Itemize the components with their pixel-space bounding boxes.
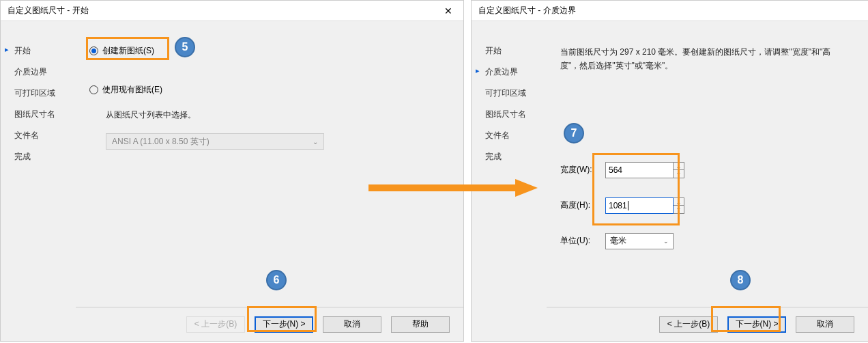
width-value: 564 [609, 165, 622, 175]
sidebar-item-media-bounds[interactable]: 介质边界 [485, 66, 547, 78]
spinner-down-icon[interactable]: ▼ [674, 206, 684, 213]
radio-label: 使用现有图纸(E) [102, 84, 162, 96]
radio-icon [89, 85, 98, 94]
width-spinner[interactable]: ▲ ▼ [674, 162, 684, 178]
sidebar-item-start[interactable]: 开始 [485, 45, 547, 57]
radio-create-new[interactable]: 创建新图纸(S) [89, 45, 450, 57]
dropdown-value: ANSI A (11.00 x 8.50 英寸) [112, 136, 209, 148]
unit-value: 毫米 [610, 235, 626, 247]
back-button[interactable]: < 上一步(B) [659, 316, 718, 333]
sidebar-item-finish[interactable]: 完成 [485, 151, 547, 163]
description-text: 当前图纸尺寸为 297 x 210 毫米。要创建新的图纸尺寸，请调整"宽度"和"… [560, 45, 854, 73]
close-button[interactable]: ✕ [433, 1, 463, 21]
sidebar-item-file-name[interactable]: 文件名 [485, 130, 547, 141]
titlebar: 自定义图纸尺寸 - 介质边界 [472, 1, 868, 21]
close-icon: ✕ [444, 5, 452, 16]
width-field: 宽度(W): 564 ▲ ▼ [560, 162, 854, 178]
height-input[interactable]: 1081 [605, 197, 674, 214]
height-value: 1081 [609, 201, 627, 210]
spinner-up-icon[interactable]: ▲ [674, 163, 684, 171]
sidebar-item-start[interactable]: 开始 [14, 45, 76, 57]
radio-use-existing[interactable]: 使用现有图纸(E) [89, 84, 450, 96]
title-text: 自定义图纸尺寸 - 开始 [8, 5, 89, 16]
height-spinner[interactable]: ▲ ▼ [674, 197, 684, 214]
sidebar-item-finish[interactable]: 完成 [14, 151, 76, 163]
sidebar-item-paper-name[interactable]: 图纸尺寸名 [485, 109, 547, 120]
unit-select[interactable]: 毫米 ⌄ [605, 233, 674, 249]
height-field: 高度(H): 1081 ▲ ▼ [560, 197, 854, 214]
button-bar: < 上一步(B) 下一步(N) > 取消 [547, 307, 868, 341]
unit-field: 单位(U): 毫米 ⌄ [560, 233, 854, 249]
button-bar: < 上一步(B) 下一步(N) > 取消 帮助 [76, 307, 463, 341]
title-text: 自定义图纸尺寸 - 介质边界 [478, 5, 576, 16]
titlebar: 自定义图纸尺寸 - 开始 ✕ [1, 1, 463, 21]
sidebar: 开始 介质边界 可打印区域 图纸尺寸名 文件名 完成 [1, 21, 76, 341]
radio-label: 创建新图纸(S) [102, 45, 154, 57]
help-button[interactable]: 帮助 [391, 316, 450, 333]
sidebar-item-printable-area[interactable]: 可打印区域 [14, 87, 76, 99]
cancel-button[interactable]: 取消 [796, 316, 854, 333]
next-button[interactable]: 下一步(N) > [727, 316, 786, 333]
main-panel: 创建新图纸(S) 使用现有图纸(E) 从图纸尺寸列表中选择。 ANSI A (1… [76, 21, 463, 341]
chevron-down-icon: ⌄ [313, 138, 318, 146]
hint-text: 从图纸尺寸列表中选择。 [106, 109, 450, 121]
next-button[interactable]: 下一步(N) > [255, 316, 313, 333]
sidebar-item-paper-name[interactable]: 图纸尺寸名 [14, 109, 76, 120]
dialog-start: 自定义图纸尺寸 - 开始 ✕ 开始 介质边界 可打印区域 图纸尺寸名 文件名 完… [0, 0, 464, 342]
text-caret [628, 201, 628, 210]
cancel-button[interactable]: 取消 [323, 316, 381, 333]
height-label: 高度(H): [560, 200, 605, 211]
paper-size-dropdown[interactable]: ANSI A (11.00 x 8.50 英寸) ⌄ [106, 133, 324, 150]
width-input[interactable]: 564 [605, 162, 674, 178]
sidebar: 开始 介质边界 可打印区域 图纸尺寸名 文件名 完成 [472, 21, 547, 341]
back-button: < 上一步(B) [186, 316, 245, 333]
main-panel: 当前图纸尺寸为 297 x 210 毫米。要创建新的图纸尺寸，请调整"宽度"和"… [547, 21, 868, 341]
spinner-down-icon[interactable]: ▼ [674, 170, 684, 178]
sidebar-item-printable-area[interactable]: 可打印区域 [485, 87, 547, 99]
sidebar-item-media-bounds[interactable]: 介质边界 [14, 66, 76, 78]
dialog-media-bounds: 自定义图纸尺寸 - 介质边界 开始 介质边界 可打印区域 图纸尺寸名 文件名 完… [471, 0, 868, 342]
sidebar-item-file-name[interactable]: 文件名 [14, 130, 76, 141]
spinner-up-icon[interactable]: ▲ [674, 198, 684, 206]
chevron-down-icon: ⌄ [663, 238, 669, 245]
width-label: 宽度(W): [560, 164, 605, 176]
unit-label: 单位(U): [560, 235, 605, 247]
radio-icon [89, 46, 98, 55]
